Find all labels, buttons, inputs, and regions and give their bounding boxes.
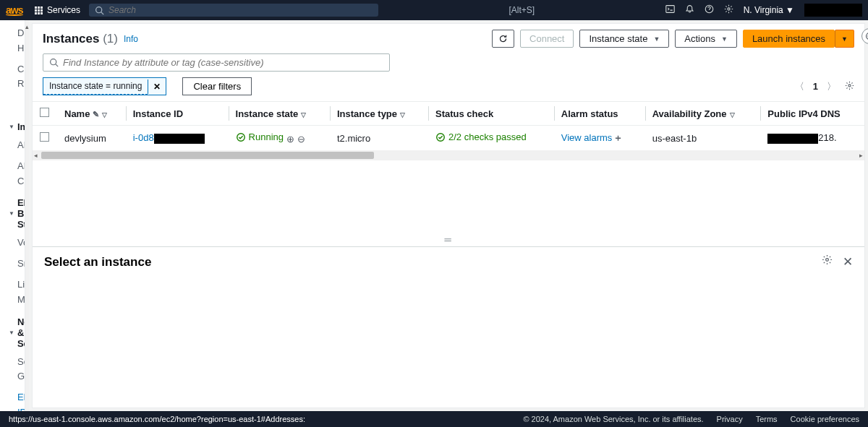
- cloudshell-icon[interactable]: [665, 4, 675, 16]
- status-url: https://us-east-1.console.aws.amazon.com…: [9, 415, 305, 423]
- top-nav: aws Services [Alt+S] N. Virginia ▼: [0, 0, 868, 20]
- launch-instances-button[interactable]: Launch instances: [743, 30, 835, 48]
- cell-dns: 218.: [760, 126, 864, 151]
- cell-name: devlysium: [57, 126, 126, 151]
- col-instance-state[interactable]: Instance state: [236, 108, 299, 119]
- footer: https://us-east-1.console.aws.amazon.com…: [0, 411, 868, 427]
- filter-input-wrapper[interactable]: [43, 53, 390, 72]
- footer-copyright: © 2024, Amazon Web Services, Inc. or its…: [523, 415, 703, 423]
- sidebar-group-ebs[interactable]: Elastic Block Store: [7, 191, 25, 233]
- sidebar-item-lifecycle-manager[interactable]: Lifecycle Manager: [7, 275, 25, 311]
- refresh-button[interactable]: [492, 30, 514, 48]
- page-prev[interactable]: 〈: [795, 80, 804, 93]
- sidebar-group-images[interactable]: Images: [7, 116, 25, 135]
- edit-icon[interactable]: ✎: [93, 110, 99, 118]
- instance-state-menu[interactable]: Instance state▼: [579, 30, 669, 48]
- sidebar-item-volumes[interactable]: Volumes: [7, 233, 25, 254]
- page-number: 1: [813, 81, 818, 92]
- cell-alarm: View alarms＋: [554, 126, 645, 151]
- svg-point-7: [51, 59, 56, 65]
- filter-chip-text: Instance state = running: [43, 78, 148, 95]
- svg-line-1: [101, 12, 103, 14]
- services-menu[interactable]: Services: [29, 2, 86, 18]
- sidebar-group-network-security[interactable]: Network & Security: [7, 311, 25, 352]
- search-icon: [95, 6, 104, 15]
- connect-button[interactable]: Connect: [520, 30, 574, 48]
- view-alarms-link[interactable]: View alarms: [561, 132, 613, 143]
- select-all-checkbox[interactable]: [40, 108, 49, 117]
- filter-chip: Instance state = running ✕: [43, 77, 166, 95]
- search-input[interactable]: [109, 5, 373, 15]
- svg-line-8: [56, 64, 58, 66]
- help-icon[interactable]: [705, 4, 714, 16]
- table-row[interactable]: devlysium i-0d8 Running⊕⊖ t2.micro 2/2 c…: [33, 126, 864, 151]
- aws-logo[interactable]: aws: [6, 4, 23, 16]
- cell-instance-id: i-0d8: [126, 126, 229, 151]
- col-az[interactable]: Availability Zone: [652, 108, 727, 119]
- grid-icon: [35, 7, 43, 14]
- sort-icon[interactable]: ▽: [400, 111, 405, 118]
- sidebar-item-dedicated-hosts[interactable]: Dedicated Hosts: [7, 23, 25, 59]
- sidebar-item-security-groups[interactable]: Security Groups: [7, 352, 25, 388]
- svg-point-4: [728, 8, 730, 10]
- search-icon: [49, 58, 59, 67]
- zoom-out-icon[interactable]: ⊖: [297, 134, 305, 145]
- settings-icon[interactable]: [724, 4, 733, 16]
- add-alarm-icon[interactable]: ＋: [613, 132, 623, 143]
- footer-cookie[interactable]: Cookie preferences: [791, 415, 859, 423]
- sidebar-item-ami-catalog[interactable]: AMI Catalog: [7, 156, 25, 192]
- cell-status: 2/2 checks passed: [428, 126, 554, 151]
- cell-type: t2.micro: [330, 126, 428, 151]
- row-checkbox[interactable]: [40, 132, 49, 142]
- global-search[interactable]: [89, 4, 378, 17]
- sidebar-item-amis[interactable]: AMIs: [7, 135, 25, 156]
- page-next[interactable]: 〉: [827, 80, 836, 93]
- svg-point-9: [848, 84, 851, 86]
- account-menu[interactable]: [804, 4, 862, 17]
- instance-id-link[interactable]: i-0d8: [133, 132, 154, 143]
- col-status-check[interactable]: Status check: [435, 108, 493, 119]
- horizontal-scrollbar[interactable]: ◂▸: [33, 150, 864, 160]
- col-instance-id[interactable]: Instance ID: [133, 108, 183, 119]
- filter-chip-remove[interactable]: ✕: [148, 79, 166, 94]
- sidebar-item-capacity-reservations[interactable]: Capacity Reservations: [7, 59, 25, 95]
- table-settings[interactable]: [845, 81, 854, 92]
- close-panel-icon[interactable]: ✕: [843, 254, 853, 269]
- page-title: Instances (1): [43, 32, 118, 46]
- details-title: Select an instance: [44, 255, 151, 269]
- zoom-in-icon[interactable]: ⊕: [286, 134, 294, 145]
- split-handle[interactable]: ═: [33, 233, 864, 246]
- info-link[interactable]: Info: [124, 34, 138, 44]
- sidebar-item-snapshots[interactable]: Snapshots: [7, 254, 25, 275]
- services-label: Services: [47, 5, 80, 15]
- region-selector[interactable]: N. Virginia ▼: [744, 5, 794, 15]
- actions-menu[interactable]: Actions▼: [675, 30, 737, 48]
- svg-point-0: [96, 7, 102, 12]
- svg-point-12: [826, 259, 829, 262]
- col-name[interactable]: Name: [64, 108, 90, 119]
- main-panel: Instances (1) Info Connect Instance stat…: [32, 23, 865, 408]
- panel-preferences-icon[interactable]: [822, 254, 833, 269]
- sidebar-scrollbar[interactable]: ▴: [25, 20, 29, 411]
- sort-icon[interactable]: ▽: [102, 111, 107, 118]
- sidebar-item-elastic-ips[interactable]: Elastic IPs: [7, 387, 25, 411]
- details-panel: Select an instance ✕: [33, 246, 864, 277]
- launch-instances-menu[interactable]: ▼: [835, 30, 854, 48]
- instances-table: Name✎▽ Instance ID Instance state▽ Insta…: [33, 101, 864, 150]
- search-shortcut: [Alt+S]: [378, 5, 665, 15]
- sidebar: Dedicated Hosts Capacity Reservations Ne…: [0, 20, 25, 411]
- notifications-icon[interactable]: [685, 4, 694, 16]
- cell-az: us-east-1b: [645, 126, 761, 151]
- sort-icon[interactable]: ▽: [301, 111, 306, 118]
- footer-privacy[interactable]: Privacy: [717, 415, 743, 423]
- sort-icon[interactable]: ▽: [730, 111, 735, 118]
- clear-filters-button[interactable]: Clear filters: [182, 77, 252, 95]
- col-alarm-status[interactable]: Alarm status: [561, 108, 618, 119]
- cell-state: Running⊕⊖: [229, 126, 330, 151]
- svg-rect-2: [665, 6, 673, 13]
- col-public-dns[interactable]: Public IPv4 DNS: [767, 108, 840, 119]
- col-instance-type[interactable]: Instance type: [337, 108, 397, 119]
- filter-input[interactable]: [63, 57, 383, 68]
- footer-terms[interactable]: Terms: [756, 415, 778, 423]
